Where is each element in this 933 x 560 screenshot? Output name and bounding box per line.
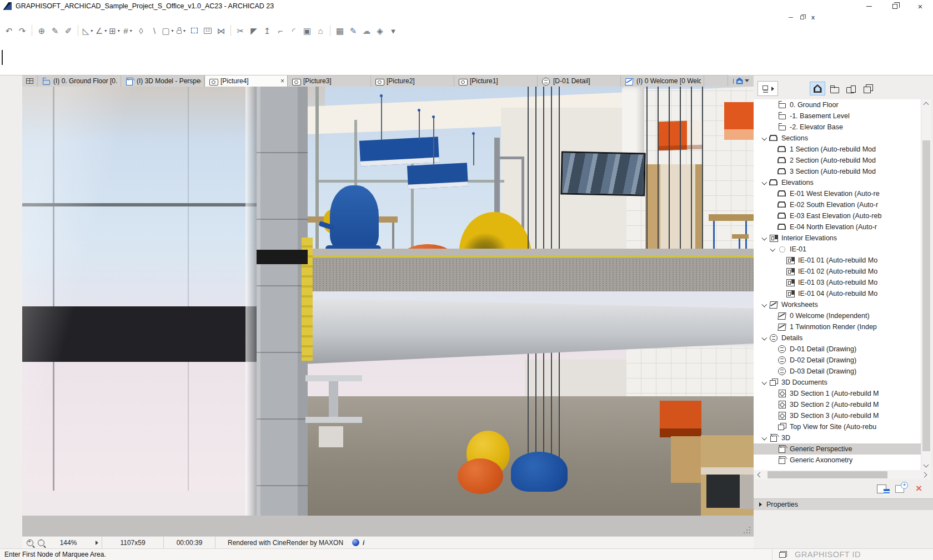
tree-item[interactable]: D-01 Detail (Drawing) — [754, 344, 921, 355]
tree-item[interactable]: 1 Twinmotion Render (Indep — [754, 321, 921, 332]
toolbar-tool[interactable] — [174, 23, 188, 38]
chevron-expand-icon[interactable] — [760, 434, 769, 442]
navigator-map-button[interactable] — [843, 82, 859, 95]
toolbar-tool[interactable]: ↷ — [16, 23, 29, 38]
tree-item[interactable]: 3D — [754, 432, 921, 443]
view-tab[interactable]: [Picture3] × — [288, 75, 371, 87]
toolbar-tool[interactable]: # — [121, 23, 134, 38]
toolbar-tool[interactable]: ✐ — [62, 23, 75, 38]
menu-item[interactable] — [52, 17, 62, 18]
toolbar-tool[interactable]: ∠ — [94, 23, 108, 38]
tree-item[interactable]: Details — [754, 332, 921, 344]
tree-item[interactable]: IE-01 01 (Auto-rebuild Mo — [754, 255, 921, 266]
tree-item[interactable]: D-02 Detail (Drawing) — [754, 355, 921, 366]
toolbar-tool[interactable]: ◈ — [373, 23, 387, 38]
scroll-left-icon[interactable] — [758, 472, 763, 478]
graphisoft-id-label[interactable]: GRAPHISOFT ID — [795, 550, 933, 559]
tree-item[interactable]: Worksheets — [754, 299, 921, 310]
menu-item[interactable] — [92, 17, 102, 18]
zoom-options-icon[interactable] — [38, 539, 44, 546]
tree-item[interactable]: 1 Section (Auto-rebuild Mod — [754, 144, 921, 155]
chevron-expand-icon[interactable] — [760, 379, 769, 387]
pop-up-navigator-button[interactable] — [728, 75, 754, 87]
tree-item[interactable]: Top View for Site (Auto-rebu — [754, 421, 921, 432]
windows-stack-icon[interactable] — [779, 551, 787, 558]
tree-item[interactable]: 3D Section 1 (Auto-rebuild M — [754, 388, 921, 399]
tree-item[interactable]: 3 Section (Auto-rebuild Mod — [754, 166, 921, 177]
tree-item[interactable]: Generic Perspective — [754, 443, 921, 455]
tree-item[interactable]: 2 Section (Auto-rebuild Mod — [754, 155, 921, 166]
chevron-expand-icon[interactable] — [760, 334, 769, 342]
properties-panel-header[interactable]: Properties — [754, 498, 933, 510]
toolbar-tool[interactable] — [188, 23, 201, 38]
scroll-up-icon[interactable] — [924, 102, 929, 108]
toolbar-tool[interactable]: ◤ — [247, 23, 260, 38]
chevron-expand-icon[interactable] — [760, 301, 769, 309]
toolbar-tool[interactable]: ◜ — [287, 23, 300, 38]
tree-item[interactable]: IE-01 03 (Auto-rebuild Mo — [754, 277, 921, 288]
navigator-map-button[interactable] — [826, 82, 842, 95]
toolbar-tool[interactable]: \ — [148, 23, 161, 38]
menu-item[interactable] — [42, 17, 52, 18]
tree-item[interactable]: D-03 Detail (Drawing) — [754, 366, 921, 377]
menu-item[interactable] — [62, 17, 72, 18]
toolbar-tool[interactable]: ⊞ — [108, 23, 121, 38]
viewpoint-settings-button[interactable] — [877, 483, 890, 495]
tree-item[interactable]: Generic Axonometry — [754, 455, 921, 466]
menu-item[interactable] — [12, 17, 22, 18]
tree-item[interactable]: 0 Welcome (Independent) — [754, 310, 921, 321]
zoom-level[interactable]: 144% — [44, 539, 92, 547]
menu-item[interactable] — [82, 17, 92, 18]
tree-horizontal-scrollbar[interactable] — [754, 470, 931, 480]
new-viewpoint-button[interactable] — [895, 483, 907, 495]
tree-item[interactable]: Sections — [754, 133, 921, 144]
toolbar-tool[interactable]: ✂ — [234, 23, 247, 38]
close-button[interactable]: × — [907, 0, 933, 12]
toolbar-tool[interactable]: ⌐ — [274, 23, 287, 38]
tree-item[interactable]: Elevations — [754, 177, 921, 188]
mdi-close-icon[interactable]: x — [811, 14, 815, 21]
tree-item[interactable]: IE-01 02 (Auto-rebuild Mo — [754, 266, 921, 277]
toolbar-tool[interactable]: ✎ — [347, 23, 360, 38]
scroll-right-icon[interactable] — [922, 472, 927, 478]
view-tab[interactable]: (I) 3D Model - Perspec... × — [121, 75, 204, 87]
scrollbar-thumb[interactable] — [922, 140, 930, 451]
view-tab[interactable]: (I) 0 Welcome [0 Welc... × — [621, 75, 704, 87]
toolbar-tool[interactable]: ⌂ — [314, 23, 327, 38]
tree-item[interactable]: -2. Elevator Base — [754, 122, 921, 133]
scroll-down-icon[interactable] — [924, 462, 929, 468]
toolbar-tool[interactable]: 12 — [201, 23, 214, 38]
mdi-minimize-icon[interactable] — [789, 17, 793, 18]
navigator-map-button[interactable] — [860, 82, 875, 95]
mdi-restore-icon[interactable] — [800, 16, 804, 19]
toolbar-tool[interactable]: ▣ — [300, 23, 314, 38]
tab-close-icon[interactable]: × — [278, 77, 284, 85]
menu-item[interactable] — [2, 17, 12, 18]
zoom-flyout-caret-icon[interactable] — [96, 541, 98, 545]
tree-item[interactable]: E-04 North Elevation (Auto-r — [754, 221, 921, 233]
tab-overview-button[interactable] — [22, 75, 38, 87]
menu-item[interactable] — [22, 17, 32, 18]
toolbar-tool[interactable]: ▦ — [333, 23, 347, 38]
tree-vertical-scrollbar[interactable] — [921, 99, 931, 470]
view-tab[interactable]: [Picture4] × — [204, 75, 288, 87]
chevron-expand-icon[interactable] — [769, 245, 777, 254]
project-chooser-button[interactable] — [758, 81, 778, 96]
resize-grip[interactable] — [749, 532, 751, 534]
chevron-expand-icon[interactable] — [760, 179, 769, 187]
tree-item[interactable]: -1. Basement Level — [754, 110, 921, 122]
toolbar-tool[interactable]: ⋈ — [214, 23, 228, 38]
tree-item[interactable]: IE-01 — [754, 244, 921, 255]
tree-item[interactable]: E-03 East Elevation (Auto-reb — [754, 210, 921, 221]
toolbar-tool[interactable]: ▾ — [387, 23, 400, 38]
toolbar-tool[interactable]: ◊ — [134, 23, 148, 38]
toolbar-tool[interactable]: ↶ — [2, 23, 16, 38]
delete-viewpoint-icon[interactable]: × — [912, 483, 925, 495]
toolbar-tool[interactable]: ↥ — [260, 23, 274, 38]
toolbar-tool[interactable]: ⊕ — [35, 23, 48, 38]
toolbar-tool[interactable]: ✎ — [48, 23, 62, 38]
view-tab[interactable]: [Picture2] × — [371, 75, 454, 87]
tree-item[interactable]: Interior Elevations — [754, 233, 921, 244]
view-tab[interactable]: [D-01 Detail] × — [538, 75, 621, 87]
tree-item[interactable]: 3D Section 3 (Auto-rebuild M — [754, 410, 921, 421]
